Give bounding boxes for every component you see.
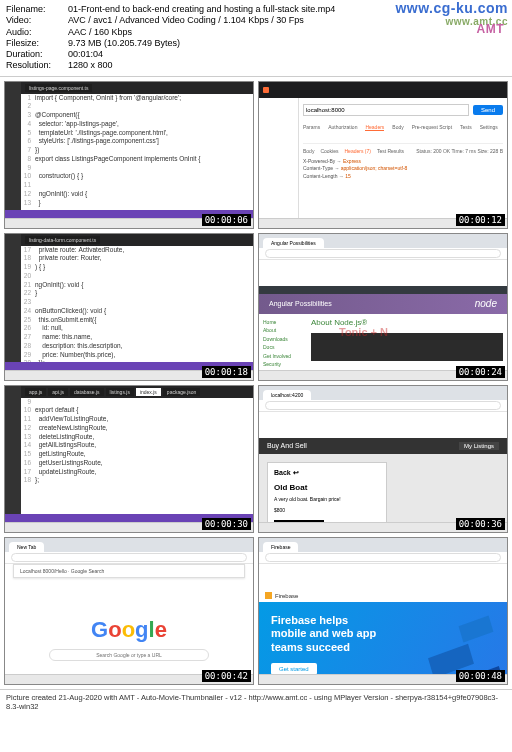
hero-text: Angular Possibilities [269,300,332,307]
postman-response: BodyCookiesHeaders (7)Test Results Statu… [303,143,503,181]
vscode-activity-bar [5,82,21,218]
timestamp: 00:00:48 [456,670,505,682]
thumbnail-5: app.jsapi.jsdatabase.jslistings.jsindex.… [4,385,254,533]
browser-address-bar [5,552,253,564]
google-logo: Google [91,617,167,643]
browser-tab[interactable]: New Tab [9,542,44,552]
listing-title: Old Boat [274,483,380,492]
watermark-url: www.cg-ku.com [395,0,508,16]
timestamp: 00:00:12 [456,214,505,226]
audio-value: AAC / 160 Kbps [68,27,132,38]
vscode-activity-bar [5,386,21,522]
firebase-topbar: Firebase [259,590,507,602]
browser-tab[interactable]: localhost:4200 [263,390,311,400]
footer-credits: Picture created 21-Aug-2020 with AMT - A… [0,689,512,714]
timestamp: 00:00:42 [202,670,251,682]
duration-label: Duration: [6,49,68,60]
node-navbar [259,286,507,294]
file-info-header: www.cg-ku.com AMT www.amt.cc Filename:01… [0,0,512,77]
browser-tab[interactable]: Firebase [263,542,298,552]
vscode-tab[interactable]: listings-page.component.ts [25,84,92,92]
browser-tab-strip: New Tab [5,538,253,552]
timestamp: 00:00:36 [456,518,505,530]
vscode-editor: 17 private route: ActivatedRoute,18 priv… [21,246,253,362]
browser-address-bar [259,400,507,412]
timestamp: 00:00:18 [202,366,251,378]
browser-address-bar [259,552,507,564]
video-label: Video: [6,15,68,26]
thumbnail-grid: listings-page.component.ts 1import { Com… [0,77,512,689]
timestamp: 00:00:06 [202,214,251,226]
vscode-tab[interactable]: listing-data-form.component.ts [25,236,100,244]
listing-desc: A very old boat. Bargain price! [274,496,380,503]
browser-url-input[interactable] [265,553,501,562]
browser-tab-strip: Firebase [259,538,507,552]
thumbnail-7: New Tab Localhost 8000/Hello · Google Se… [4,537,254,685]
brand-label: Buy And Sell [267,442,307,449]
firebase-tagline: Firebase helps mobile and web app teams … [271,614,377,655]
my-listings-button[interactable]: My Listings [459,442,499,450]
omnibox-suggestion[interactable]: Localhost 8000/Hello · Google Search [13,564,245,578]
filesize-value: 9.73 MB (10.205.749 Bytes) [68,38,180,49]
firebase-brand: Firebase [275,593,298,599]
firebase-hero: Firebase helps mobile and web app teams … [259,602,389,685]
postman-body: Send ParamsAuthorizationHeadersBodyPre-r… [259,98,507,218]
watermark: www.cg-ku.com AMT www.amt.cc [395,0,508,28]
browser-tab[interactable]: Angular Possibilities [263,238,324,248]
browser-tab-strip: Angular Possibilities [259,234,507,248]
back-link[interactable]: Back ↩ [274,469,380,477]
filesize-label: Filesize: [6,38,68,49]
postman-url-input[interactable] [303,104,469,116]
browser-url-input[interactable] [265,249,501,258]
resolution-value: 1280 x 800 [68,60,113,71]
postman-sidebar [259,98,299,218]
vscode-editor: 910export default {11 addViewToListingRo… [21,398,253,514]
vscode-editor: 1import { Component, OnInit } from '@ang… [21,94,253,210]
postman-logo-icon [263,87,269,93]
thumbnail-3: listing-data-form.component.ts 17 privat… [4,233,254,381]
audio-label: Audio: [6,27,68,38]
thumbnail-8: Firebase Firebase Firebase helps mobile … [258,537,508,685]
browser-url-input[interactable] [265,401,501,410]
browser-tab-strip: localhost:4200 [259,386,507,400]
app-navbar: Buy And Sell My Listings [259,438,507,454]
browser-window: localhost:4200 Buy And Sell My Listings … [259,386,507,522]
thumbnail-6: localhost:4200 Buy And Sell My Listings … [258,385,508,533]
postman-headers-list: X-Powered-By → ExpressContent-Type → app… [303,158,503,181]
amt-watermark: AMT [477,22,505,37]
listing-price: $800 [274,507,380,514]
timestamp: 00:00:30 [202,518,251,530]
google-search-input[interactable] [49,649,209,661]
thumbnail-1: listings-page.component.ts 1import { Com… [4,81,254,229]
postman-request-tabs: ParamsAuthorizationHeadersBodyPre-reques… [303,124,503,131]
timestamp: 00:00:24 [456,366,505,378]
vscode-tab-bar: listing-data-form.component.ts [21,234,253,246]
thumbnail-2: Send ParamsAuthorizationHeadersBodyPre-r… [258,81,508,229]
browser-url-input[interactable] [11,553,247,562]
tonic-watermark: Tonic + N [339,326,388,338]
firebase-logo-icon [265,592,272,599]
resolution-label: Resolution: [6,60,68,71]
send-button[interactable]: Send [473,105,503,115]
thumbnail-4: Angular Possibilities Angular Possibilit… [258,233,508,381]
vscode-tab-bar: app.jsapi.jsdatabase.jslistings.jsindex.… [21,386,253,398]
node-logo: node [475,298,497,309]
video-value: AVC / avc1 / Advanced Video Coding / 1.1… [68,15,304,26]
postman-url-bar: Send [303,104,503,116]
browser-address-bar [259,248,507,260]
browser-window: Angular Possibilities Angular Possibilit… [259,234,507,370]
filename-value: 01-Front-end to back-end creating and ho… [68,4,335,15]
filename-label: Filename: [6,4,68,15]
postman-header [259,82,507,98]
browser-window: Firebase Firebase Firebase helps mobile … [259,538,507,674]
duration-value: 00:01:04 [68,49,103,60]
postman-main: Send ParamsAuthorizationHeadersBodyPre-r… [299,98,507,218]
postman-status: Status: 200 OK Time: 7 ms Size: 228 B [416,148,503,154]
browser-window: New Tab Localhost 8000/Hello · Google Se… [5,538,253,674]
vscode-tab-bar: listings-page.component.ts [21,82,253,94]
vscode-activity-bar [5,234,21,370]
hero-banner: Angular Possibilities node [259,294,507,314]
